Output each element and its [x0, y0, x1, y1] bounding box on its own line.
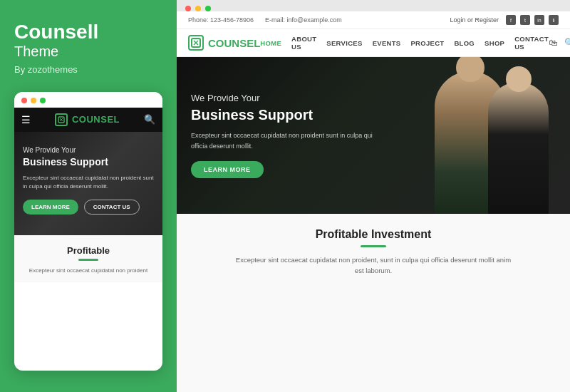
- main-nav: COUNSEL HOME ABOUT US SERVICES EVENTS PR…: [177, 29, 570, 57]
- nav-events[interactable]: EVENTS: [373, 39, 401, 47]
- bottom-section: Profitable Investment Excepteur sint occ…: [177, 214, 570, 392]
- nav-project[interactable]: PROJECT: [410, 39, 444, 47]
- instagram-icon[interactable]: in: [534, 15, 544, 25]
- mobile-mockup: ☰ COUNSEL 🔍 We Provide Your Busi: [14, 92, 162, 371]
- dot-red: [21, 98, 27, 103]
- mobile-hero: We Provide Your Business Support Excepte…: [14, 132, 162, 235]
- mobile-hero-buttons: LEARN MORE CONTACT US: [23, 200, 154, 215]
- section-underline: [361, 245, 386, 247]
- mobile-hero-content: We Provide Your Business Support Excepte…: [23, 146, 154, 215]
- nav-blog[interactable]: BLOG: [454, 39, 475, 47]
- dot-yellow: [31, 98, 36, 103]
- info-bar-right: Login or Register f t in li: [450, 15, 559, 25]
- dot-green: [40, 98, 46, 103]
- hero-learn-more-button[interactable]: LEARN MORE: [191, 161, 264, 178]
- hamburger-icon[interactable]: ☰: [21, 114, 31, 125]
- phone-info: Phone: 123-456-78906: [188, 16, 254, 24]
- mobile-section-underline: [78, 259, 98, 261]
- right-panel: Phone: 123-456-78906 E-mail: info@exampl…: [177, 0, 570, 392]
- hero-section: We Provide Your Business Support Excepte…: [177, 57, 570, 214]
- email-info: E-mail: info@example.com: [265, 16, 342, 24]
- mobile-logo-icon: [55, 113, 68, 126]
- hero-people: [406, 57, 549, 214]
- mobile-search-icon[interactable]: 🔍: [144, 114, 155, 125]
- mobile-logo: COUNSEL: [55, 113, 120, 126]
- browser-dot-red: [185, 6, 191, 11]
- mobile-topbar: [14, 92, 162, 108]
- left-panel: Counsell Theme By zozothemes ☰ COUN: [0, 0, 177, 392]
- nav-shop[interactable]: SHOP: [484, 39, 504, 47]
- mobile-profitable-section: Profitable Excepteur sint occaecat cupid…: [14, 235, 162, 282]
- nav-links: HOME ABOUT US SERVICES EVENTS PROJECT BL…: [260, 35, 549, 51]
- mobile-learn-more-button[interactable]: LEARN MORE: [23, 200, 78, 215]
- person-female: [488, 82, 549, 214]
- hero-content: We Provide Your Business Support Excepte…: [177, 93, 390, 178]
- nav-home[interactable]: HOME: [260, 39, 281, 47]
- nav-logo: COUNSEL: [188, 35, 260, 51]
- browser-dot-green: [205, 6, 211, 11]
- twitter-icon[interactable]: t: [520, 15, 530, 25]
- social-icons: f t in li: [506, 15, 559, 25]
- facebook-icon[interactable]: f: [506, 15, 516, 25]
- info-bar-left: Phone: 123-456-78906 E-mail: info@exampl…: [188, 16, 342, 24]
- linkedin-icon[interactable]: li: [549, 15, 559, 25]
- search-icon[interactable]: 🔍: [564, 38, 570, 48]
- nav-about[interactable]: ABOUT US: [291, 35, 316, 51]
- mobile-nav: ☰ COUNSEL 🔍: [14, 108, 162, 132]
- cart-icon[interactable]: 🛍: [549, 38, 557, 48]
- mobile-logo-text: COUNSEL: [72, 114, 120, 125]
- nav-services[interactable]: SERVICES: [326, 39, 362, 47]
- mobile-contact-button[interactable]: CONTACT US: [84, 200, 140, 215]
- desktop-site: Phone: 123-456-78906 E-mail: info@exampl…: [177, 11, 570, 392]
- nav-logo-text: COUNSEL: [208, 37, 260, 49]
- browser-dot-yellow: [195, 6, 201, 11]
- nav-contact[interactable]: CONTACT US: [514, 35, 549, 51]
- nav-icons: 🛍 🔍: [549, 38, 570, 48]
- theme-title: Counsell Theme By zozothemes: [14, 21, 162, 92]
- browser-chrome: [177, 0, 570, 11]
- login-register-link[interactable]: Login or Register: [450, 16, 499, 24]
- nav-logo-icon: [188, 35, 204, 51]
- info-bar: Phone: 123-456-78906 E-mail: info@exampl…: [177, 11, 570, 29]
